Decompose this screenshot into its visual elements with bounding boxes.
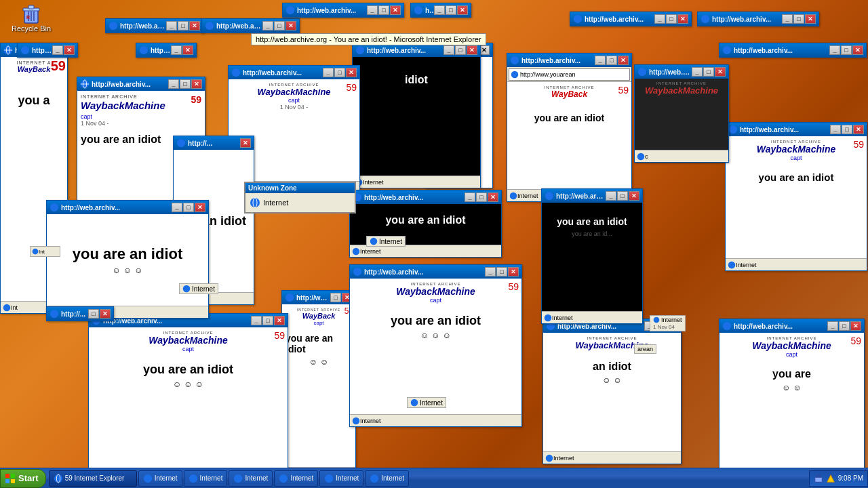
close-btn-fr2[interactable]: ✕ (853, 125, 864, 134)
ie-window-cl1[interactable]: http://... _ ✕ (17, 43, 78, 58)
ie-titlebar-top3[interactable]: http://web.archiv... _ □ ✕ (283, 3, 403, 17)
close-btn-r1[interactable]: ✕ (677, 14, 688, 24)
ie-window-rcb1[interactable]: http://web.archiv... _ □ ✕ you are an id… (541, 188, 643, 324)
close-btn-dark1[interactable]: ✕ (715, 67, 726, 77)
minimize-btn-m1[interactable]: _ (168, 79, 179, 89)
maximize-btn-m1[interactable]: □ (180, 79, 191, 89)
taskbar-item-5[interactable]: Internet (319, 470, 363, 487)
close-btn-cl1[interactable]: ✕ (64, 45, 75, 55)
ie-titlebar-top2[interactable]: http://web.archiv... _ □ ✕ (202, 19, 299, 33)
ie-window-fr1[interactable]: http://web.archiv... _ □ ✕ (719, 43, 867, 58)
ie-titlebar-top4[interactable]: http://web... _ □ ✕ (411, 3, 471, 17)
restore-btn-cr1[interactable]: □ (455, 45, 466, 55)
close-btn-m1[interactable]: ✕ (191, 79, 202, 89)
minimize-btn-bc1[interactable]: _ (485, 267, 496, 277)
restore-btn-r2[interactable]: □ (793, 14, 804, 24)
minimize-btn-cl2[interactable]: _ (171, 45, 182, 55)
minimize-btn-bl2[interactable]: _ (251, 316, 262, 325)
ie-window-ra1[interactable]: http://web.archiv... _ □ ✕ http://www.yo… (507, 53, 632, 202)
minimize-btn-top1[interactable]: _ (166, 21, 177, 30)
ie-window-r1[interactable]: http://web.archiv... _ □ ✕ (570, 12, 692, 26)
taskbar-item-3[interactable]: Internet (229, 470, 273, 487)
ie-window-cs1[interactable]: http://web.archiv... _ □ ✕ you are an id… (349, 190, 502, 258)
minimize-btn-cr1[interactable]: _ (443, 45, 454, 55)
close-btn-r2[interactable]: ✕ (805, 14, 816, 24)
taskbar-item-4[interactable]: Internet (274, 470, 318, 487)
zone-popup-internet[interactable]: Internet (248, 196, 352, 209)
minimize-btn-r1[interactable]: _ (654, 14, 665, 24)
restore-btn-rcb1[interactable]: □ (617, 191, 628, 201)
ie-window-bl1[interactable]: http://... □ ✕ (46, 306, 114, 321)
minimize-btn-rcb1[interactable]: _ (606, 191, 616, 201)
close-btn-bigid[interactable]: ✕ (195, 203, 205, 212)
close-btn-bl1[interactable]: ✕ (100, 309, 111, 319)
ie-window-top3[interactable]: http://web.archiv... _ □ ✕ (282, 3, 404, 18)
close-btn-c1[interactable]: ✕ (346, 68, 357, 77)
close-btn-top2[interactable]: ✕ (285, 21, 296, 30)
restore-btn-dark1[interactable]: □ (703, 67, 714, 77)
close-btn-rcb1[interactable]: ✕ (629, 191, 639, 201)
ie-titlebar-main1[interactable]: http://web.archiv... _ □ ✕ (77, 77, 205, 91)
minimize-btn-frb1[interactable]: _ (827, 321, 838, 331)
ie-window-dark1[interactable]: http://web.archiv... _ □ ✕ INTERNET ARCH… (634, 64, 729, 163)
ie-window-bl2[interactable]: http://web.archiv... _ □ ✕ INTERNET ARCH… (88, 313, 288, 483)
close-btn-cl2[interactable]: ✕ (182, 45, 193, 55)
restore-btn-top3[interactable]: □ (378, 5, 389, 15)
restore-btn-bigid[interactable]: □ (183, 203, 194, 212)
recycle-bin-icon[interactable]: R Recycle Bin (9, 3, 53, 33)
ie-window-cl2[interactable]: http://web... _ ✕ (136, 43, 197, 58)
minimize-btn-top3[interactable]: _ (367, 5, 378, 15)
restore-btn-top4[interactable]: □ (446, 5, 456, 15)
minimize-btn-r2[interactable]: _ (782, 14, 793, 24)
restore-btn-top2[interactable]: □ (274, 21, 285, 30)
taskbar-item-2[interactable]: Internet (184, 470, 228, 487)
close-btn-fr1[interactable]: ✕ (852, 45, 863, 55)
restore-btn-fr1[interactable]: □ (841, 45, 852, 55)
minimize-btn-ra1[interactable]: _ (595, 56, 606, 65)
ie-window-top1[interactable]: http://web.archiv... _ □ ✕ (105, 18, 203, 33)
close-btn-bl2[interactable]: ✕ (274, 316, 285, 325)
taskbar-item-6[interactable]: Internet (365, 470, 409, 487)
close-btn-frb1[interactable]: ✕ (850, 321, 861, 331)
minimize-btn-bigid[interactable]: _ (172, 203, 182, 212)
close-btn-ra1[interactable]: ✕ (618, 56, 629, 65)
close-btn-bc1[interactable]: ✕ (508, 267, 519, 277)
minimize-btn-fr2[interactable]: _ (830, 125, 841, 134)
restore-btn-frb1[interactable]: □ (839, 321, 850, 331)
ie-titlebar-top1[interactable]: http://web.archiv... _ □ ✕ (106, 19, 203, 33)
start-button[interactable]: Start (0, 469, 46, 488)
restore-btn-c1[interactable]: □ (334, 68, 345, 77)
ie-window-nb1[interactable]: http://web... □ ✕ INTERNET ARCHIVE WayBa… (281, 290, 356, 480)
minimize-btn-top2[interactable]: _ (262, 21, 273, 30)
ie-window-r2[interactable]: http://web.archiv... _ □ ✕ (697, 12, 819, 26)
zone-popup[interactable]: Unknown Zone Internet (244, 182, 356, 214)
ie-window-big-idiot[interactable]: http://web.archiv... _ □ ✕ you are an id… (46, 200, 209, 319)
minimize-btn-cl1[interactable]: _ (52, 45, 63, 55)
restore-btn-bl2[interactable]: □ (262, 316, 273, 325)
close-btn-partial[interactable]: ✕ (240, 138, 251, 148)
minimize-btn-dark1[interactable]: _ (692, 67, 703, 77)
restore-btn-bl1[interactable]: □ (88, 309, 99, 319)
ie-window-frb1[interactable]: http://web.archiv... _ □ ✕ INTERNET ARCH… (719, 319, 865, 485)
ie-window-top2[interactable]: http://web.archiv... _ □ ✕ (201, 18, 300, 33)
restore-btn-ra1[interactable]: □ (606, 56, 617, 65)
restore-btn-nb1[interactable]: □ (330, 293, 341, 302)
minimize-btn-cs1[interactable]: _ (465, 192, 475, 202)
close-btn-top3[interactable]: ✕ (390, 5, 401, 15)
close-btn-cr1[interactable]: ✕ (467, 45, 477, 55)
close-btn-cs1[interactable]: ✕ (488, 192, 498, 202)
close-btn-top1[interactable]: ✕ (189, 21, 200, 30)
minimize-btn-top4[interactable]: _ (434, 5, 445, 15)
ie-window-br1[interactable]: http://web.archiv... _ □ ✕ INTERNET ARCH… (542, 319, 682, 464)
maximize-btn-top1[interactable]: □ (178, 21, 189, 30)
restore-btn-bc1[interactable]: □ (496, 267, 507, 277)
address-bar-ra1[interactable]: http://www.youarean (509, 68, 630, 81)
minimize-btn-fr1[interactable]: _ (829, 45, 840, 55)
ie-window-top4[interactable]: http://web... _ □ ✕ (410, 3, 471, 18)
minimize-btn-c1[interactable]: _ (323, 68, 334, 77)
taskbar-item-1[interactable]: Internet (138, 470, 182, 487)
restore-btn-fr2[interactable]: □ (842, 125, 852, 134)
restore-btn-r1[interactable]: □ (666, 14, 677, 24)
ie-window-cr1[interactable]: http://web.archiv... _ □ ✕ idiot Interne… (352, 43, 481, 188)
restore-btn-cs1[interactable]: □ (476, 192, 487, 202)
